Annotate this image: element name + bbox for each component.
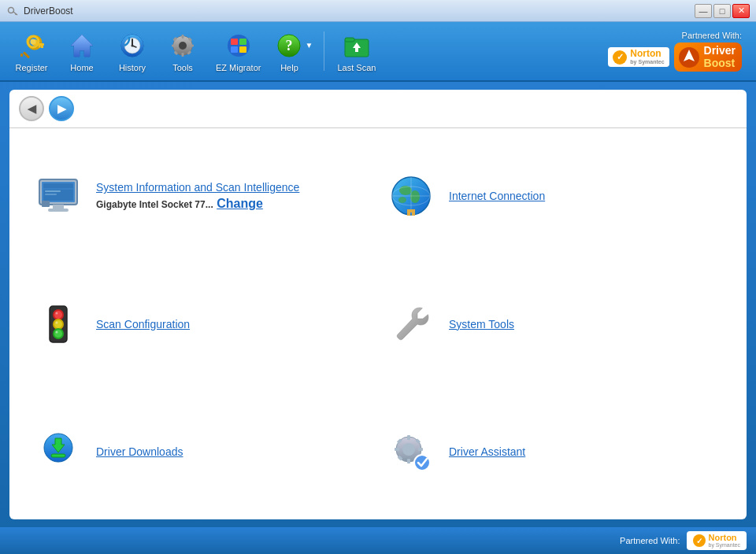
system-info-link[interactable]: System Information and Scan Intelligence bbox=[96, 181, 299, 194]
wrench-icon bbox=[386, 299, 436, 349]
driverboost-logo-icon bbox=[677, 46, 701, 69]
toolbar-tools[interactable]: Tools bbox=[159, 27, 206, 76]
footer-norton-badge: ✓ Norton by Symantec bbox=[687, 531, 747, 550]
norton-check-icon: ✓ bbox=[613, 50, 627, 65]
scan-config-link[interactable]: Scan Configuration bbox=[96, 318, 190, 331]
svg-point-74 bbox=[402, 443, 415, 456]
svg-rect-25 bbox=[182, 53, 184, 57]
svg-rect-5 bbox=[23, 51, 30, 58]
svg-marker-13 bbox=[71, 35, 93, 57]
driver-assistant-item: Driver Assistant bbox=[386, 400, 723, 504]
svg-rect-33 bbox=[231, 39, 238, 45]
change-link[interactable]: Change bbox=[217, 197, 263, 210]
partner-label: Partnered With: bbox=[682, 31, 742, 40]
svg-rect-9 bbox=[37, 43, 44, 46]
footer-partner-label: Partnered With: bbox=[620, 536, 680, 545]
svg-point-32 bbox=[228, 35, 250, 57]
last-scan-icon bbox=[341, 30, 372, 61]
toolbar-last-scan[interactable]: Last Scan bbox=[331, 27, 382, 76]
svg-rect-76 bbox=[407, 459, 410, 464]
traffic-light-icon bbox=[33, 299, 83, 349]
toolbar-home[interactable]: Home bbox=[58, 27, 106, 76]
svg-point-55 bbox=[410, 190, 420, 203]
norton-badge: ✓ Norton by Symantec bbox=[608, 47, 669, 67]
window-controls: — □ ✕ bbox=[695, 4, 750, 18]
scan-config-item: Scan Configuration bbox=[33, 271, 370, 375]
svg-rect-48 bbox=[42, 201, 50, 207]
system-tools-link[interactable]: System Tools bbox=[449, 318, 514, 331]
svg-rect-51 bbox=[45, 190, 61, 192]
toolbar-register[interactable]: Register bbox=[8, 27, 55, 76]
forward-button[interactable]: ▶ bbox=[49, 96, 74, 121]
computer-icon bbox=[33, 171, 83, 221]
svg-point-63 bbox=[56, 312, 58, 314]
ez-migrator-icon bbox=[223, 30, 254, 61]
svg-point-65 bbox=[54, 320, 62, 328]
driver-downloads-link[interactable]: Driver Downloads bbox=[96, 445, 183, 458]
system-tools-text: System Tools bbox=[449, 318, 514, 331]
svg-point-69 bbox=[56, 331, 58, 333]
internet-connection-link[interactable]: Internet Connection bbox=[449, 190, 545, 202]
last-scan-label: Last Scan bbox=[337, 63, 376, 72]
svg-rect-24 bbox=[182, 35, 184, 39]
register-icon bbox=[16, 30, 47, 61]
driver-assistant-text: Driver Assistant bbox=[449, 445, 525, 458]
svg-rect-26 bbox=[172, 45, 176, 47]
svg-point-66 bbox=[56, 321, 58, 323]
driver-downloads-item: Driver Downloads bbox=[33, 400, 370, 504]
toolbar-items: Register Home bbox=[8, 27, 382, 76]
globe-icon bbox=[386, 171, 436, 221]
svg-rect-47 bbox=[48, 209, 69, 212]
gear-check-icon bbox=[386, 427, 436, 477]
svg-rect-11 bbox=[39, 46, 41, 48]
scan-config-text: Scan Configuration bbox=[96, 318, 190, 331]
help-dropdown-arrow[interactable]: ▼ bbox=[305, 41, 313, 50]
back-button[interactable]: ◀ bbox=[19, 96, 44, 121]
app-title: DriverBoost bbox=[24, 6, 73, 17]
svg-rect-35 bbox=[231, 46, 238, 53]
home-label: Home bbox=[70, 63, 93, 72]
toolbar: Register Home bbox=[0, 22, 756, 82]
main-container: Register Home bbox=[0, 22, 756, 554]
maximize-button[interactable]: □ bbox=[713, 4, 731, 18]
history-icon bbox=[117, 30, 148, 61]
footer: Partnered With: ✓ Norton by Symantec bbox=[0, 527, 756, 554]
internet-connection-item: Internet Connection bbox=[386, 144, 723, 248]
svg-point-20 bbox=[132, 45, 134, 47]
help-label: Help bbox=[280, 63, 298, 72]
svg-point-8 bbox=[31, 39, 36, 45]
toolbar-separator bbox=[324, 31, 324, 71]
toolbar-history[interactable]: History bbox=[109, 27, 156, 76]
system-info-text: System Information and Scan Intelligence… bbox=[96, 181, 299, 211]
minimize-button[interactable]: — bbox=[695, 4, 712, 18]
ez-migrator-label: EZ Migrator bbox=[216, 63, 261, 72]
svg-rect-46 bbox=[53, 205, 64, 209]
toolbar-ez-migrator[interactable]: EZ Migrator bbox=[209, 27, 267, 76]
svg-rect-52 bbox=[45, 194, 57, 195]
register-label: Register bbox=[16, 63, 48, 72]
svg-rect-78 bbox=[418, 448, 423, 451]
svg-point-0 bbox=[9, 7, 14, 13]
partner-area: Partnered With: ✓ Norton by Symantec bbox=[608, 31, 748, 72]
download-icon bbox=[33, 427, 83, 477]
toolbar-help[interactable]: ? Help ▼ bbox=[270, 27, 317, 76]
svg-point-68 bbox=[54, 330, 62, 338]
close-button[interactable]: ✕ bbox=[732, 4, 750, 18]
footer-norton-text: Norton by Symantec bbox=[709, 533, 740, 548]
svg-rect-6 bbox=[20, 54, 23, 57]
svg-rect-40 bbox=[345, 38, 354, 42]
svg-point-23 bbox=[179, 42, 187, 50]
system-info-item: System Information and Scan Intelligence… bbox=[33, 144, 370, 248]
driver-assistant-link[interactable]: Driver Assistant bbox=[449, 445, 525, 458]
svg-point-83 bbox=[414, 455, 430, 471]
svg-rect-77 bbox=[395, 448, 399, 451]
svg-rect-75 bbox=[407, 435, 410, 440]
internet-connection-text: Internet Connection bbox=[449, 190, 545, 202]
svg-point-56 bbox=[398, 197, 406, 203]
svg-rect-10 bbox=[41, 46, 43, 48]
help-icon: ? bbox=[273, 30, 305, 61]
app-icon bbox=[6, 5, 19, 17]
system-tools-item: System Tools bbox=[386, 271, 723, 375]
driverboost-logo-text: Driver Boost bbox=[704, 45, 736, 69]
title-bar: DriverBoost — □ ✕ bbox=[0, 0, 756, 22]
